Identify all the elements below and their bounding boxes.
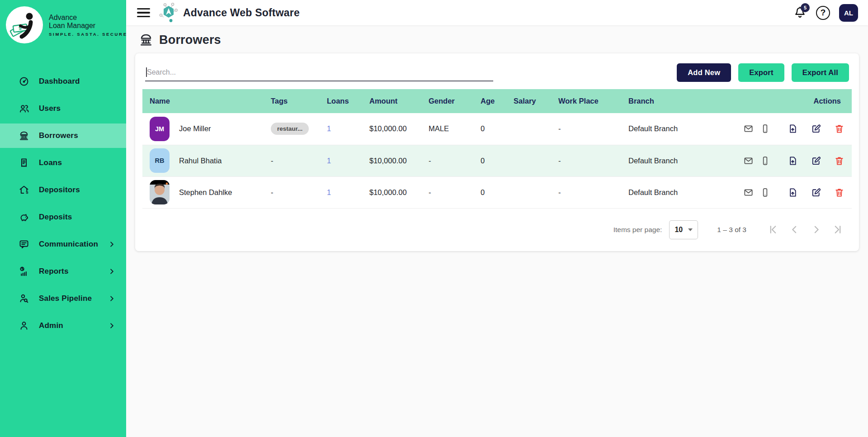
chevron-right-icon xyxy=(108,323,115,329)
phone-icon xyxy=(760,156,770,166)
send-email-button[interactable] xyxy=(743,124,754,134)
borrower-avatar: JM xyxy=(150,117,170,141)
borrower-avatar-photo xyxy=(150,180,170,204)
loans-count-link[interactable]: 1 xyxy=(327,188,331,196)
column-header-loans: Loans xyxy=(325,89,368,113)
salary-cell xyxy=(512,113,557,145)
sidebar-item-sales-pipeline[interactable]: Sales Pipeline xyxy=(0,286,126,311)
column-header-age: Age xyxy=(479,89,512,113)
upload-file-button[interactable] xyxy=(788,187,798,198)
logo-title-line1: Advance xyxy=(49,14,127,22)
mail-icon xyxy=(743,124,754,134)
borrower-photo xyxy=(150,180,170,204)
chevron-right-icon xyxy=(811,224,822,235)
sidebar-item-users[interactable]: Users xyxy=(0,96,126,121)
borrowers-table: Name Tags Loans Amount Gender Age Salary… xyxy=(142,89,852,209)
sidebar-item-borrowers[interactable]: Borrowers xyxy=(0,124,126,148)
column-header-tags: Tags xyxy=(269,89,325,113)
loan-manager-logo-icon: $ $ xyxy=(5,6,43,44)
items-per-page-select[interactable]: 10 xyxy=(669,220,698,239)
upload-file-icon xyxy=(788,124,798,134)
sidebar-item-label: Sales Pipeline xyxy=(39,294,92,303)
send-email-button[interactable] xyxy=(743,156,754,166)
upload-file-icon xyxy=(788,187,798,198)
amount-cell: $10,000.00 xyxy=(368,176,427,208)
salary-cell xyxy=(512,176,557,208)
branch-cell: Default Branch xyxy=(627,176,737,208)
sidebar-item-label: Depositors xyxy=(39,185,80,195)
notification-badge: 5 xyxy=(801,3,810,12)
sidebar-item-loans[interactable]: Loans xyxy=(0,151,126,175)
add-new-button[interactable]: Add New xyxy=(677,63,731,82)
help-button[interactable]: ? xyxy=(816,6,830,20)
edit-button[interactable] xyxy=(811,187,821,198)
column-header-amount: Amount xyxy=(368,89,427,113)
page-title-bar: Borrowers xyxy=(126,25,868,52)
previous-page-button[interactable] xyxy=(789,224,800,235)
bank-icon xyxy=(139,33,153,47)
chevron-right-icon xyxy=(108,295,115,302)
column-header-branch: Branch xyxy=(627,89,737,113)
sidebar-item-label: Users xyxy=(39,104,61,113)
question-mark-icon: ? xyxy=(821,8,826,18)
delete-button[interactable] xyxy=(834,124,844,134)
export-button[interactable]: Export xyxy=(738,63,784,82)
person-icon xyxy=(18,320,30,332)
sidebar-item-reports[interactable]: Reports xyxy=(0,259,126,284)
table-row: JM Joe Miller restaur... 1 $10,000.00 MA… xyxy=(142,113,852,145)
logo-title-line2: Loan Manager xyxy=(49,22,127,30)
edit-icon xyxy=(811,156,821,166)
bank-icon xyxy=(18,130,30,142)
upload-file-button[interactable] xyxy=(788,124,798,134)
borrower-name: Stephen Dahlke xyxy=(179,188,232,197)
next-page-button[interactable] xyxy=(811,224,822,235)
sidebar-item-deposits[interactable]: Deposits xyxy=(0,205,126,229)
pagination-bar: Items per page: 10 1 – 3 of 3 xyxy=(142,220,852,239)
notifications-button[interactable]: 5 xyxy=(793,5,807,20)
edit-button[interactable] xyxy=(811,156,821,166)
tags-cell: - xyxy=(269,176,325,208)
hamburger-menu-button[interactable] xyxy=(137,5,151,20)
delete-icon xyxy=(834,124,844,134)
workplace-cell: - xyxy=(557,145,627,176)
house-dollar-icon: $ xyxy=(18,184,30,196)
send-sms-button[interactable] xyxy=(760,187,770,198)
loans-count-link[interactable]: 1 xyxy=(327,124,331,133)
users-icon xyxy=(18,103,30,114)
table-header-row: Name Tags Loans Amount Gender Age Salary… xyxy=(142,89,852,113)
export-all-button[interactable]: Export All xyxy=(792,63,849,82)
upload-file-button[interactable] xyxy=(788,156,798,166)
edit-icon xyxy=(811,124,821,134)
loans-count-link[interactable]: 1 xyxy=(327,157,331,165)
borrower-avatar: RB xyxy=(150,148,170,173)
workplace-cell: - xyxy=(557,113,627,145)
column-header-name: Name xyxy=(142,89,269,113)
phone-icon xyxy=(760,124,770,134)
delete-icon xyxy=(834,187,844,198)
first-page-icon xyxy=(767,224,778,235)
items-per-page-label: Items per page: xyxy=(613,226,662,234)
amount-cell: $10,000.00 xyxy=(368,145,427,176)
send-sms-button[interactable] xyxy=(760,156,770,166)
search-input[interactable] xyxy=(145,64,493,81)
last-page-button[interactable] xyxy=(832,224,844,235)
send-email-button[interactable] xyxy=(743,187,754,198)
send-sms-button[interactable] xyxy=(760,124,770,134)
sidebar-item-dashboard[interactable]: Dashboard xyxy=(0,69,126,94)
edit-button[interactable] xyxy=(811,124,821,134)
gender-cell: - xyxy=(427,145,479,176)
branch-cell: Default Branch xyxy=(627,113,737,145)
upload-file-icon xyxy=(788,156,798,166)
user-avatar[interactable]: AL xyxy=(839,4,858,22)
delete-button[interactable] xyxy=(834,156,844,166)
sidebar-item-communication[interactable]: Communication xyxy=(0,232,126,256)
delete-button[interactable] xyxy=(834,187,844,198)
amount-cell: $10,000.00 xyxy=(368,113,427,145)
sidebar-item-depositors[interactable]: $ Depositors xyxy=(0,178,126,202)
sidebar-item-label: Communication xyxy=(39,240,98,249)
tags-cell: - xyxy=(269,145,325,176)
first-page-button[interactable] xyxy=(767,224,778,235)
sidebar-item-admin[interactable]: Admin xyxy=(0,314,126,338)
workplace-cell: - xyxy=(557,176,627,208)
sidebar-item-label: Deposits xyxy=(39,213,72,222)
